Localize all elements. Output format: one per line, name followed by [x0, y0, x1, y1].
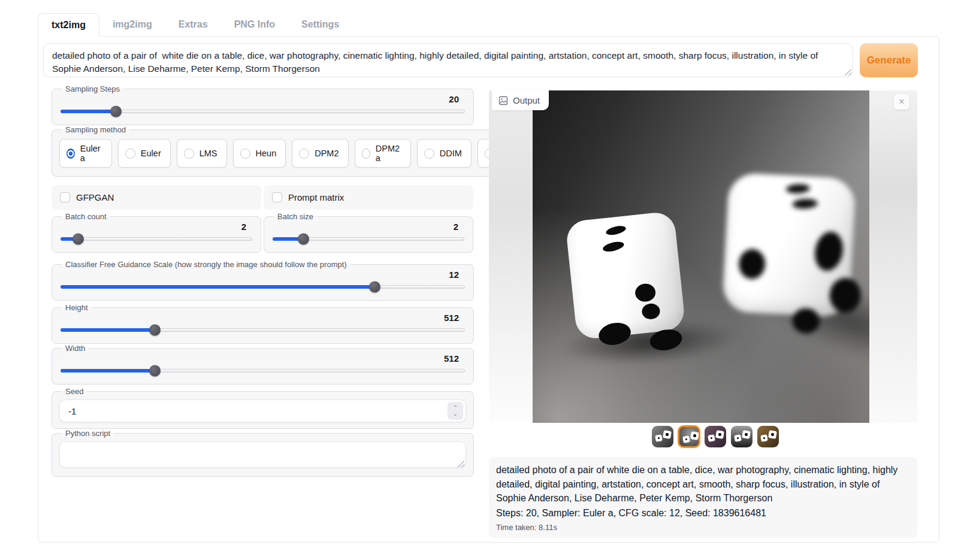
radio-icon — [240, 149, 250, 159]
tab-bar: txt2img img2img Extras PNG Info Settings — [38, 13, 352, 37]
height-value: 512 — [59, 312, 466, 324]
txt2img-panel: detailed photo of a pair of white die on… — [38, 36, 939, 543]
gallery-thumbnail-2[interactable] — [678, 425, 700, 448]
slider-knob[interactable] — [149, 325, 161, 336]
python-script-label: Python script — [62, 429, 114, 438]
sampling-method-label: Sampling method — [62, 125, 129, 134]
sampling-option-dpm2[interactable]: DPM2 — [292, 139, 348, 168]
sampling-option-lms[interactable]: LMS — [177, 139, 227, 168]
seed-input[interactable] — [59, 399, 466, 422]
tab-extras[interactable]: Extras — [165, 13, 221, 37]
radio-label: DDIM — [440, 149, 462, 158]
sampling-steps-label: Sampling Steps — [62, 84, 123, 93]
gallery-thumbnail-1[interactable] — [652, 426, 673, 447]
height-label: Height — [62, 303, 92, 312]
cfg-scale-value: 12 — [59, 269, 466, 281]
sampling-steps-slider[interactable] — [61, 110, 465, 113]
slider-knob[interactable] — [110, 106, 122, 117]
slider-knob[interactable] — [149, 365, 161, 377]
prompt-matrix-checkbox[interactable] — [272, 192, 282, 202]
generate-button[interactable]: Generate — [860, 43, 918, 77]
generated-image[interactable] — [533, 90, 869, 423]
radio-icon — [299, 149, 309, 159]
gfpgan-label: GFPGAN — [76, 192, 114, 202]
batch-row: Batch count 2 Batch size 2 — [52, 212, 474, 253]
python-script-input[interactable] — [59, 441, 466, 468]
generation-info: detailed photo of a pair of white die on… — [489, 457, 917, 538]
python-script-group: Python script — [52, 429, 474, 477]
dimensions-block: Height 512 Width 512 — [52, 303, 474, 385]
output-label: Output — [513, 95, 540, 105]
image-letterbox-right — [869, 90, 917, 423]
cfg-scale-group: Classifier Free Guidance Scale (how stro… — [52, 260, 474, 301]
gallery-thumbnail-4[interactable] — [731, 426, 752, 447]
radio-label: DPM2 a — [376, 144, 401, 163]
output-panel: Output × — [489, 90, 917, 423]
output-gallery — [652, 426, 779, 447]
gallery-thumbnail-3[interactable] — [705, 426, 726, 447]
number-stepper[interactable]: ⌃ ⌄ — [448, 402, 463, 420]
tab-img2img[interactable]: img2img — [99, 13, 165, 37]
cfg-scale-label: Classifier Free Guidance Scale (how stro… — [62, 260, 350, 269]
width-slider[interactable] — [61, 369, 465, 373]
prompt-matrix-cell: Prompt matrix — [264, 185, 473, 210]
batch-size-label: Batch size — [274, 212, 317, 221]
radio-icon — [67, 149, 75, 159]
radio-icon — [125, 149, 135, 159]
image-icon — [498, 96, 508, 105]
sampling-method-options: Euler a Euler LMS Heun DPM2 DPM2 a DDIM … — [59, 139, 533, 168]
tab-txt2img[interactable]: txt2img — [38, 13, 99, 37]
tab-settings[interactable]: Settings — [288, 13, 352, 37]
image-letterbox-left — [489, 90, 533, 423]
batch-count-slider[interactable] — [61, 237, 252, 241]
batch-size-group: Batch size 2 — [264, 212, 473, 253]
batch-count-value: 2 — [59, 221, 253, 233]
height-slider[interactable] — [61, 328, 465, 332]
close-icon[interactable]: × — [894, 94, 909, 110]
sampling-option-euler[interactable]: Euler — [118, 139, 171, 168]
radio-icon — [362, 149, 370, 159]
slider-knob[interactable] — [72, 234, 84, 245]
caption-params: Steps: 20, Sampler: Euler a, CFG scale: … — [496, 506, 910, 520]
sampling-steps-value: 20 — [59, 93, 466, 105]
gallery-thumbnail-5[interactable] — [757, 426, 779, 447]
stable-diffusion-webui: txt2img img2img Extras PNG Info Settings… — [0, 0, 955, 560]
sampling-option-ddim[interactable]: DDIM — [417, 139, 472, 168]
radio-icon — [184, 149, 194, 159]
sampling-steps-group: Sampling Steps 20 — [52, 84, 474, 125]
caption-prompt: detailed photo of a pair of white die on… — [496, 463, 910, 505]
settings-column: Sampling Steps 20 Sampling method Euler … — [52, 84, 474, 477]
prompt-matrix-label: Prompt matrix — [288, 192, 344, 202]
batch-size-slider[interactable] — [273, 237, 464, 241]
cfg-scale-slider[interactable] — [61, 285, 465, 289]
toggles-row: GFPGAN Prompt matrix — [52, 185, 474, 210]
width-group: Width 512 — [52, 344, 474, 385]
slider-knob[interactable] — [298, 234, 309, 245]
output-header: Output — [492, 90, 549, 110]
seed-label: Seed — [62, 387, 87, 396]
tab-png-info[interactable]: PNG Info — [221, 13, 288, 37]
height-group: Height 512 — [52, 303, 474, 344]
die-left — [565, 211, 686, 340]
width-value: 512 — [59, 353, 466, 365]
radio-label: Euler — [141, 149, 161, 158]
radio-label: Heun — [256, 149, 277, 158]
sampling-method-group: Sampling method Euler a Euler LMS Heun D… — [52, 125, 541, 177]
slider-knob[interactable] — [369, 281, 380, 293]
radio-label: Euler a — [80, 144, 102, 163]
caption-time: Time taken: 8.11s — [496, 523, 910, 532]
batch-count-label: Batch count — [62, 212, 110, 221]
sampling-option-euler-a[interactable]: Euler a — [59, 139, 112, 168]
seed-group: Seed ⌃ ⌄ — [52, 387, 474, 429]
stepper-down-icon[interactable]: ⌄ — [453, 411, 458, 417]
width-label: Width — [62, 344, 89, 353]
sampling-option-heun[interactable]: Heun — [233, 139, 286, 168]
gfpgan-checkbox[interactable] — [60, 192, 70, 202]
seed-script-block: Seed ⌃ ⌄ Python script — [52, 387, 474, 477]
batch-size-value: 2 — [271, 221, 466, 233]
gfpgan-cell: GFPGAN — [52, 185, 261, 210]
sampling-option-dpm2-a[interactable]: DPM2 a — [355, 139, 411, 168]
radio-label: DPM2 — [315, 149, 339, 158]
prompt-input[interactable]: detailed photo of a pair of white die on… — [43, 43, 853, 77]
radio-label: LMS — [200, 149, 217, 158]
